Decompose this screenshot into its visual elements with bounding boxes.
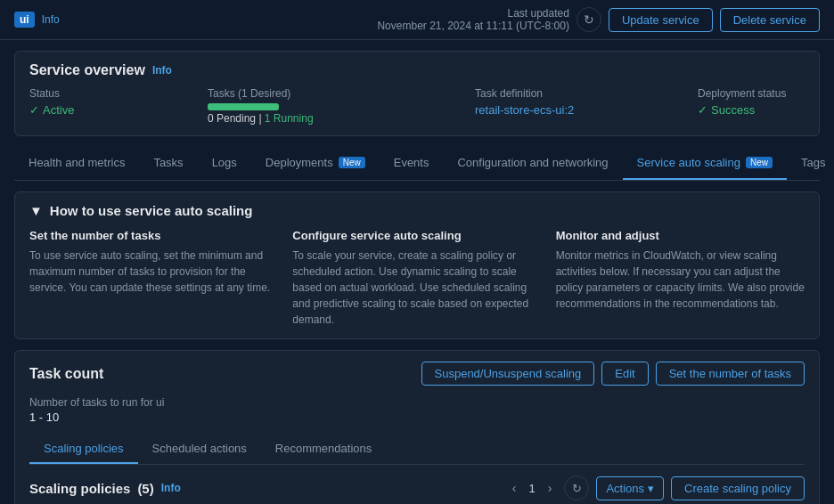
refresh-icon: ↻ (584, 12, 594, 27)
tab-configuration[interactable]: Configuration and networking (443, 147, 622, 180)
tasks-label: Tasks (1 Desired) (208, 87, 475, 100)
check-icon: ✓ (29, 103, 39, 117)
how-to-item-3: Monitor and adjust Monitor metrics in Cl… (556, 229, 805, 328)
how-to-text-2: To scale your service, create a scaling … (292, 248, 541, 328)
collapse-icon: ▼ (29, 203, 43, 218)
progress-bar (208, 103, 279, 110)
task-count-title: Task count (29, 366, 103, 382)
task-count-section: Task count Suspend/Unsuspend scaling Edi… (14, 350, 820, 504)
tasks-detail: 0 Pending | 1 Running (208, 112, 475, 125)
service-overview-grid: Status ✓ Active Tasks (1 Desired) 0 Pend… (29, 87, 805, 125)
scaling-policies-header: Scaling policies (5) Info ‹ 1 › ↻ Action… (29, 476, 805, 500)
header-info-link[interactable]: Info (42, 13, 60, 26)
status-item: Status ✓ Active (29, 87, 208, 125)
prev-page-button[interactable]: ‹ (507, 479, 522, 497)
scaling-policies-title: Scaling policies (5) Info (29, 481, 181, 496)
status-label: Status (29, 87, 208, 100)
sub-tabs: Scaling policies Scheduled actions Recom… (29, 435, 805, 465)
how-to-item-2: Configure service auto scaling To scale … (292, 229, 541, 328)
service-overview-title: Service overview Info (29, 62, 805, 78)
update-service-button[interactable]: Update service (609, 8, 713, 32)
success-icon: ✓ (698, 103, 707, 117)
how-to-title[interactable]: ▼ How to use service auto scaling (29, 203, 805, 218)
tab-logs[interactable]: Logs (198, 147, 251, 180)
task-def-label: Task definition (475, 87, 698, 100)
edit-button[interactable]: Edit (601, 362, 648, 386)
how-to-item-1: Set the number of tasks To use service a… (29, 229, 278, 328)
set-number-button[interactable]: Set the number of tasks (656, 362, 805, 386)
last-updated-label: Last updated November 21, 2024 at 11:11 … (377, 7, 568, 32)
scaling-policies-info[interactable]: Info (161, 482, 181, 494)
deployment-item: Deployment status ✓ Success (698, 87, 834, 125)
create-scaling-policy-button[interactable]: Create scaling policy (671, 476, 805, 500)
auto-scaling-badge: New (746, 157, 773, 168)
how-to-text-1: To use service auto scaling, set the min… (29, 248, 278, 296)
service-overview-info[interactable]: Info (152, 64, 172, 77)
how-to-heading-3: Monitor and adjust (556, 229, 805, 242)
tab-deployments[interactable]: Deployments New (251, 147, 380, 180)
last-updated-text: Last updated November 21, 2024 at 11:11 … (377, 7, 568, 32)
how-to-text-3: Monitor metrics in CloudWatch, or view s… (556, 248, 805, 312)
actions-dropdown-button[interactable]: Actions ▾ (596, 476, 664, 500)
number-tasks-label: Number of tasks to run for ui (29, 396, 805, 409)
tab-service-auto-scaling[interactable]: Service auto scaling New (623, 147, 787, 180)
tasks-progress (208, 103, 475, 110)
suspend-unsuspend-button[interactable]: Suspend/Unsuspend scaling (421, 362, 595, 386)
task-def-item: Task definition retail-store-ecs-ui:2 (475, 87, 698, 125)
sub-tab-scaling-policies[interactable]: Scaling policies (29, 435, 138, 464)
task-count-header: Task count Suspend/Unsuspend scaling Edi… (29, 362, 805, 386)
sub-tab-recommendations[interactable]: Recommendations (261, 435, 386, 464)
scaling-policies-actions: ‹ 1 › ↻ Actions ▾ Create scaling policy (507, 476, 805, 500)
status-value: ✓ Active (29, 103, 208, 117)
service-overview-panel: Service overview Info Status ✓ Active Ta… (14, 51, 820, 136)
tab-health-and-metrics[interactable]: Health and metrics (14, 147, 139, 180)
deployment-value: ✓ Success (698, 103, 834, 117)
task-count-actions: Suspend/Unsuspend scaling Edit Set the n… (421, 362, 805, 386)
how-to-heading-2: Configure service auto scaling (292, 229, 541, 242)
current-page: 1 (529, 482, 536, 495)
refresh-button[interactable]: ↻ (576, 7, 601, 32)
task-def-link[interactable]: retail-store-ecs-ui:2 (475, 103, 698, 117)
refresh-icon: ↻ (572, 482, 582, 495)
task-count-info: Number of tasks to run for ui 1 - 10 (29, 396, 805, 424)
chevron-down-icon: ▾ (648, 482, 654, 495)
nav-tabs: Health and metrics Tasks Logs Deployment… (14, 147, 820, 181)
delete-service-button[interactable]: Delete service (720, 8, 820, 32)
header-left: ui Info (14, 12, 60, 28)
next-page-button[interactable]: › (543, 479, 558, 497)
tasks-item: Tasks (1 Desired) 0 Pending | 1 Running (208, 87, 475, 125)
how-to-grid: Set the number of tasks To use service a… (29, 229, 805, 328)
header-right: Last updated November 21, 2024 at 11:11 … (377, 7, 820, 32)
tab-tags[interactable]: Tags (787, 147, 834, 180)
app-logo: ui (14, 12, 35, 28)
pagination: ‹ 1 › (507, 479, 558, 497)
tab-events[interactable]: Events (380, 147, 444, 180)
number-tasks-value: 1 - 10 (29, 411, 805, 424)
how-to-section: ▼ How to use service auto scaling Set th… (14, 191, 820, 339)
tab-tasks[interactable]: Tasks (139, 147, 197, 180)
deployment-label: Deployment status (698, 87, 834, 100)
how-to-heading-1: Set the number of tasks (29, 229, 278, 242)
scaling-refresh-button[interactable]: ↻ (564, 476, 589, 500)
deployments-badge: New (339, 157, 365, 168)
sub-tab-scheduled-actions[interactable]: Scheduled actions (138, 435, 261, 464)
top-header: ui Info Last updated November 21, 2024 a… (0, 0, 834, 40)
